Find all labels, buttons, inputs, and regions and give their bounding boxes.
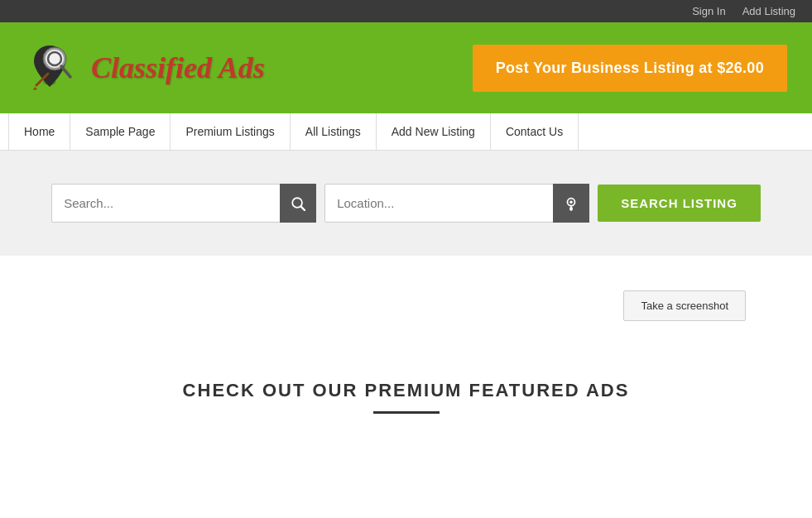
logo-icon [25, 39, 83, 97]
nav-item-premium-listings[interactable]: Premium Listings [171, 113, 290, 150]
top-bar: Sign In Add Listing [0, 0, 812, 22]
signin-link[interactable]: Sign In [692, 5, 725, 17]
logo-area: Classified Ads [25, 39, 265, 97]
location-input[interactable] [324, 184, 589, 223]
svg-marker-6 [33, 87, 37, 90]
post-business-button[interactable]: Post Your Business Listing at $26.00 [473, 45, 787, 92]
main-nav: Home Sample Page Premium Listings All Li… [0, 113, 812, 151]
search-input[interactable] [51, 184, 316, 223]
nav-item-sample-page[interactable]: Sample Page [70, 113, 171, 150]
search-icon-button[interactable] [280, 184, 316, 223]
svg-line-8 [301, 206, 305, 210]
add-listing-link[interactable]: Add Listing [742, 5, 795, 17]
location-input-wrap [324, 184, 589, 223]
featured-section: CHECK OUT OUR PREMIUM FEATURED ADS [0, 355, 812, 430]
search-input-wrap [51, 184, 316, 223]
search-listing-button[interactable]: SEARCH LISTING [598, 185, 761, 222]
nav-item-all-listings[interactable]: All Listings [291, 113, 377, 150]
nav-item-add-new-listing[interactable]: Add New Listing [377, 113, 491, 150]
nav-item-contact-us[interactable]: Contact Us [491, 113, 579, 150]
nav-item-home[interactable]: Home [8, 113, 70, 150]
location-icon-button[interactable] [553, 184, 589, 223]
svg-line-4 [61, 66, 70, 77]
svg-point-10 [569, 200, 573, 204]
header: Classified Ads Post Your Business Listin… [0, 22, 812, 113]
featured-divider [373, 411, 440, 414]
search-section: SEARCH LISTING [0, 151, 812, 256]
take-screenshot-button[interactable]: Take a screenshot [623, 290, 746, 321]
middle-area: Take a screenshot [0, 256, 812, 355]
logo-text: Classified Ads [91, 50, 265, 85]
featured-title: CHECK OUT OUR PREMIUM FEATURED ADS [17, 380, 795, 401]
